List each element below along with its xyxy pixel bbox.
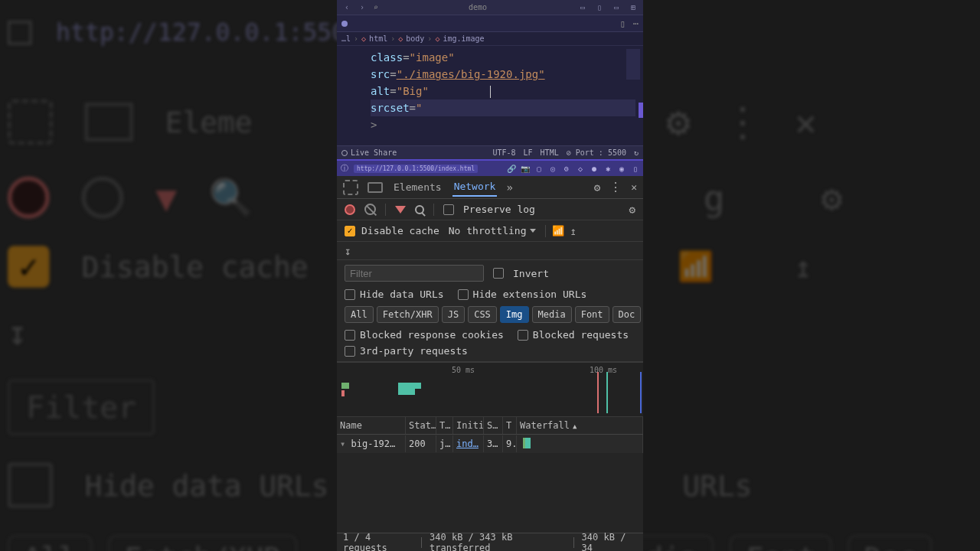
ext-icon-4[interactable]: ◇ (576, 164, 585, 173)
minimap[interactable] (626, 49, 640, 80)
search-icon[interactable] (415, 205, 424, 214)
third-party-checkbox[interactable] (345, 346, 355, 357)
ext-icon-8[interactable]: ▯ (631, 164, 640, 173)
search-icon[interactable]: ⌕ (374, 3, 378, 11)
ext-icon-7[interactable]: ◉ (617, 164, 626, 173)
back-icon[interactable]: ‹ (341, 2, 352, 13)
browser-window: ⓘ http://127.0.0.1:5500/index.html 🔗 📷 ▢… (337, 159, 643, 551)
devtools-panel: Elements Network Preserve log (337, 176, 643, 551)
chip-media[interactable]: Media (532, 306, 572, 323)
breadcrumb-item[interactable]: …l (341, 34, 351, 43)
chip-all[interactable]: All (345, 306, 374, 323)
chip-font[interactable]: Font (575, 306, 609, 323)
timeline-tick: 100 ms (590, 366, 617, 374)
disable-cache-checkbox[interactable]: ✓ (345, 226, 355, 236)
preserve-log-checkbox[interactable] (443, 204, 454, 215)
port-indicator[interactable]: ⊘ Port : 5500 (567, 148, 626, 157)
layout-icon-2[interactable]: ▯ (594, 2, 605, 13)
network-toolbar-3 (337, 242, 643, 260)
breadcrumb-item[interactable]: img.image (443, 34, 484, 43)
upload-icon[interactable] (570, 225, 577, 237)
forward-icon[interactable]: › (357, 2, 368, 13)
breadcrumb-item[interactable]: html (369, 34, 387, 43)
device-toggle-icon[interactable] (368, 182, 383, 193)
disable-cache-label: Disable cache (361, 225, 439, 236)
table-row[interactable]: ▾ big-192… 200 j… ind… 3… 9. (337, 435, 643, 453)
throttling-dropdown[interactable]: No throttling (446, 223, 539, 238)
chip-doc[interactable]: Doc (612, 306, 642, 323)
devtools-tab-bar: Elements Network (337, 176, 643, 199)
inspect-icon[interactable] (343, 180, 358, 195)
hide-ext-urls-checkbox[interactable] (458, 289, 469, 300)
command-center[interactable]: demo (384, 3, 571, 11)
invert-label: Invert (513, 268, 549, 279)
ext-icon-2[interactable]: ◎ (548, 164, 557, 173)
timeline-tick: 50 ms (452, 366, 475, 374)
chip-js[interactable]: JS (442, 306, 465, 323)
network-conditions-icon[interactable]: 📶 (552, 225, 564, 236)
network-toolbar: Preserve log (337, 199, 643, 220)
chip-img[interactable]: Img (500, 306, 529, 323)
editor-statusbar: Live Share UTF-8 LF HTML ⊘ Port : 5500 ↻ (337, 145, 643, 159)
layout-icon-4[interactable]: ⊞ (628, 2, 639, 13)
ext-icon-1[interactable]: ▢ (534, 164, 544, 173)
transferred-size: 340 kB / 343 kB transferred (430, 532, 566, 552)
third-party-label: 3rd-party requests (360, 345, 468, 357)
filter-input[interactable] (345, 265, 484, 282)
ext-icon-3[interactable]: ⚙ (562, 164, 571, 173)
tab-network[interactable]: Network (452, 178, 498, 197)
sort-asc-icon: ▲ (573, 422, 577, 430)
chip-css[interactable]: CSS (468, 306, 497, 323)
code-editor[interactable]: class="image" src="./images/big-1920.jpg… (337, 46, 643, 145)
network-timeline[interactable]: 50 ms 100 ms (337, 362, 643, 417)
close-devtools-icon[interactable] (631, 181, 637, 193)
hide-data-urls-label: Hide data URLs (360, 289, 444, 300)
hide-ext-urls-label: Hide extension URLs (473, 289, 587, 300)
browser-url-bar: ⓘ http://127.0.0.1:5500/index.html 🔗 📷 ▢… (337, 161, 643, 176)
download-icon[interactable] (345, 245, 351, 257)
resource-type-chips: All Fetch/XHR JS CSS Img Media Font Doc (337, 302, 643, 327)
editor-titlebar: ‹ › ⌕ demo ▭ ▯ ▭ ⊞ (337, 0, 643, 15)
language-indicator[interactable]: HTML (541, 148, 559, 157)
breadcrumb-item[interactable]: body (406, 34, 424, 43)
eol-indicator[interactable]: LF (524, 148, 533, 157)
ext-icon-6[interactable]: ✱ (603, 164, 612, 173)
camera-icon[interactable]: 📷 (521, 164, 530, 173)
chip-fetch[interactable]: Fetch/XHR (377, 306, 439, 323)
text-cursor (490, 86, 491, 98)
preserve-log-label: Preserve log (463, 204, 535, 215)
settings-icon[interactable] (594, 181, 600, 194)
blocked-requests-checkbox[interactable] (518, 330, 528, 341)
blocked-cookies-checkbox[interactable] (345, 330, 355, 341)
broadcast-icon[interactable]: ↻ (634, 148, 639, 157)
more-icon[interactable]: ⋯ (633, 18, 639, 29)
record-icon[interactable] (345, 204, 355, 215)
encoding-indicator[interactable]: UTF-8 (492, 148, 515, 157)
network-settings-icon[interactable] (629, 204, 635, 216)
invert-checkbox[interactable] (493, 268, 504, 279)
blocked-requests-label: Blocked requests (533, 329, 629, 341)
clear-icon[interactable] (364, 204, 376, 215)
split-editor-icon[interactable]: ▯ (620, 18, 626, 29)
live-share-button[interactable]: Live Share (341, 148, 397, 157)
network-toolbar-2: ✓ Disable cache No throttling 📶 (337, 220, 643, 242)
foreground-column: ‹ › ⌕ demo ▭ ▯ ▭ ⊞ ▯ ⋯ …l› ◇html› ◇body›… (337, 0, 643, 551)
resources-size: 340 kB / 34 (582, 532, 637, 552)
breadcrumb[interactable]: …l› ◇html› ◇body› ◇img.image (337, 32, 643, 46)
link-icon[interactable]: 🔗 (507, 164, 516, 173)
filter-toggle-icon[interactable] (395, 206, 406, 214)
editor-tabbar: ▯ ⋯ (337, 15, 643, 32)
network-footer: 1 / 4 requests 340 kB / 343 kB transferr… (337, 533, 643, 551)
network-table-header[interactable]: Name Stat… T… Initi… S… T Waterfall▲ (337, 417, 643, 435)
hide-data-urls-checkbox[interactable] (345, 289, 355, 300)
layout-icon-3[interactable]: ▭ (611, 2, 622, 13)
info-icon[interactable]: ⓘ (340, 164, 349, 173)
url-text[interactable]: http://127.0.0.1:5500/index.html (354, 165, 478, 173)
chevron-down-icon (530, 229, 536, 233)
kebab-icon[interactable] (609, 180, 622, 194)
layout-icon-1[interactable]: ▭ (577, 2, 588, 13)
scroll-indicator (639, 103, 643, 118)
tab-elements[interactable]: Elements (392, 178, 443, 196)
ext-icon-5[interactable]: ● (590, 164, 599, 173)
more-tabs-icon[interactable] (506, 181, 512, 194)
